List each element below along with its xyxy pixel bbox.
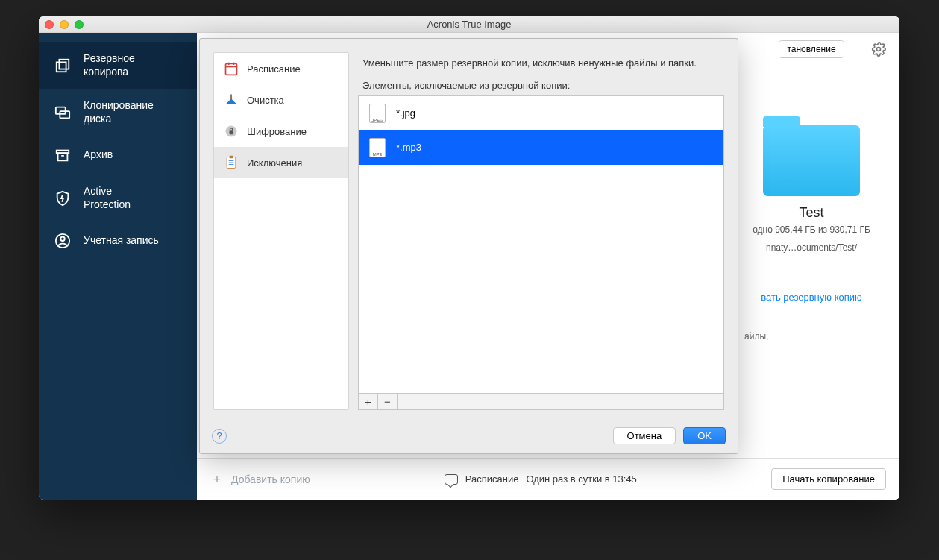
svg-rect-1 xyxy=(59,59,69,69)
list-label: Элементы, исключаемые из резервной копии… xyxy=(358,78,724,95)
sidebar-item-label: Active Protection xyxy=(84,185,131,211)
sidebar-item-label: Архив xyxy=(84,148,113,162)
tab-encryption[interactable]: Шифрование xyxy=(214,116,348,147)
file-type-icon: JPEG xyxy=(369,104,386,123)
exclusion-row[interactable]: JPEG *.jpg xyxy=(359,96,723,130)
folder-icon[interactable] xyxy=(763,125,860,196)
settings-tabs: Расписание Очистка Шифрование Исключения xyxy=(213,52,349,410)
chat-icon xyxy=(445,474,458,485)
tab-label: Расписание xyxy=(247,63,301,75)
plus-icon: + xyxy=(210,473,224,486)
start-backup-button[interactable]: Начать копирование xyxy=(771,468,886,490)
schedule-value: Один раз в сутки в 13:45 xyxy=(526,474,636,485)
modal-footer: ? Отмена OK xyxy=(200,418,738,453)
svg-rect-0 xyxy=(57,62,66,72)
modal-body: Расписание Очистка Шифрование Исключения xyxy=(200,39,738,418)
sidebar-item-archive[interactable]: Архив xyxy=(39,136,197,174)
clipboard-icon xyxy=(223,154,239,171)
exclusions-rows: JPEG *.jpg MP3 *.mp3 xyxy=(359,96,723,393)
cancel-button[interactable]: Отмена xyxy=(613,427,676,444)
tab-schedule[interactable]: Расписание xyxy=(214,53,348,84)
destination-name: Test xyxy=(799,205,823,221)
archive-icon xyxy=(54,146,72,164)
schedule-line[interactable]: Расписание Один раз в сутки в 13:45 xyxy=(445,474,637,485)
tab-exclusions[interactable]: Исключения xyxy=(214,147,348,178)
window-title: Acronis True Image xyxy=(39,19,899,30)
tab-label: Очистка xyxy=(247,95,284,106)
lock-icon xyxy=(223,123,239,139)
ok-button[interactable]: OK xyxy=(683,427,726,444)
disks-icon xyxy=(54,104,72,122)
destination-path: nnaty…ocuments/Test/ xyxy=(766,242,857,253)
shield-icon xyxy=(54,189,72,207)
create-backup-link[interactable]: вать резервную копию xyxy=(761,292,862,303)
remove-exclusion-button[interactable]: − xyxy=(378,394,398,409)
add-remove-bar: + − xyxy=(359,393,723,409)
settings-modal: Расписание Очистка Шифрование Исключения xyxy=(199,38,738,454)
sidebar-item-label: Учетная запись xyxy=(84,234,159,248)
exclusions-panel: Уменьшите размер резервной копии, исключ… xyxy=(358,52,724,410)
sidebar-item-protection[interactable]: Active Protection xyxy=(39,174,197,221)
svg-rect-5 xyxy=(58,153,68,160)
sidebar: Резервное копирова Клонирование диска Ар… xyxy=(39,33,197,500)
svg-point-8 xyxy=(60,237,65,242)
destination-panel: тановление Test одно 905,44 ГБ из 930,71… xyxy=(737,33,886,342)
user-icon xyxy=(54,232,72,250)
exclusion-pattern: *.mp3 xyxy=(396,142,421,153)
svg-rect-10 xyxy=(226,63,237,75)
sidebar-item-account[interactable]: Учетная запись xyxy=(39,221,197,260)
footer: + Добавить копию Расписание Один раз в с… xyxy=(197,458,899,500)
tab-cleanup[interactable]: Очистка xyxy=(214,84,348,116)
svg-rect-18 xyxy=(230,156,233,158)
exclusions-listbox: JPEG *.jpg MP3 *.mp3 + − xyxy=(358,95,724,410)
add-backup-label: Добавить копию xyxy=(231,474,310,485)
exclusion-row[interactable]: MP3 *.mp3 xyxy=(359,130,723,165)
destination-free: одно 905,44 ГБ из 930,71 ГБ xyxy=(753,224,870,236)
titlebar: Acronis True Image xyxy=(39,16,899,33)
schedule-label: Расписание xyxy=(465,474,519,485)
files-text: айлы, xyxy=(737,331,886,342)
sidebar-item-clone[interactable]: Клонирование диска xyxy=(39,89,197,136)
segment-control: тановление xyxy=(779,40,844,58)
broom-icon xyxy=(223,92,239,108)
segment-restore[interactable]: тановление xyxy=(779,41,843,57)
exclusion-pattern: *.jpg xyxy=(396,107,415,119)
svg-rect-14 xyxy=(230,95,232,100)
svg-point-9 xyxy=(877,48,881,51)
file-type-icon: MP3 xyxy=(369,138,386,157)
calendar-icon xyxy=(223,60,239,77)
sidebar-item-backup[interactable]: Резервное копирова xyxy=(39,42,197,89)
tab-label: Исключения xyxy=(247,157,302,169)
tab-label: Шифрование xyxy=(247,126,307,137)
add-backup-button[interactable]: + Добавить копию xyxy=(210,473,310,486)
sidebar-item-label: Резервное копирова xyxy=(84,52,182,78)
gear-icon[interactable] xyxy=(871,42,886,59)
help-button[interactable]: ? xyxy=(212,429,227,444)
stack-icon xyxy=(54,57,72,75)
sidebar-item-label: Клонирование диска xyxy=(84,99,182,125)
svg-rect-16 xyxy=(230,130,233,134)
add-exclusion-button[interactable]: + xyxy=(359,394,378,409)
panel-description: Уменьшите размер резервной копии, исключ… xyxy=(358,52,724,78)
